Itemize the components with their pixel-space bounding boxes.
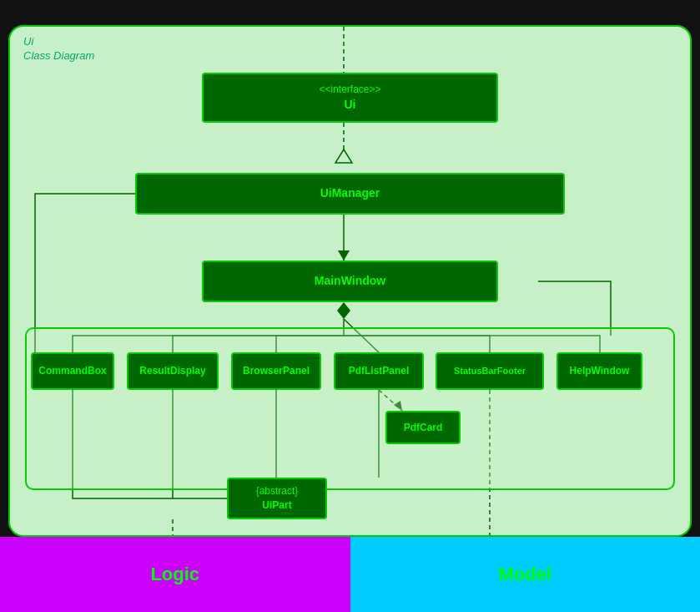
logic-label: Logic [150, 564, 199, 585]
uimanager-label: UiManager [320, 185, 380, 202]
model-label: Model [498, 564, 551, 585]
svg-marker-2 [335, 149, 352, 163]
box-pdflistpanel: PdfListPanel [334, 352, 424, 390]
model-bar: Model [350, 537, 701, 612]
box-resultdisplay: ResultDisplay [127, 352, 219, 390]
ui-package: UiClass Diagram [8, 25, 692, 537]
uipart-label: UiPart [262, 498, 291, 513]
package-label: UiClass Diagram [23, 35, 94, 63]
bottom-bars: Logic Model [0, 537, 700, 612]
svg-marker-4 [338, 250, 350, 260]
box-commandbox: CommandBox [31, 352, 114, 390]
box-ui: <<interface>> Ui [202, 73, 498, 123]
box-uimanager: UiManager [135, 173, 565, 215]
box-statusbarfooter: StatusBarFooter [436, 352, 544, 390]
box-mainwindow: MainWindow [202, 260, 498, 302]
uipart-stereotype: {abstract} [256, 484, 299, 498]
mainwindow-label: MainWindow [315, 273, 385, 290]
box-uipart: {abstract} UiPart [227, 478, 327, 519]
box-browserpanel: BrowserPanel [231, 352, 321, 390]
logic-bar: Logic [0, 537, 350, 612]
ui-label: Ui [345, 97, 356, 114]
ui-stereotype: <<interface>> [319, 83, 380, 97]
svg-marker-5 [337, 302, 350, 319]
box-pdfcard: PdfCard [385, 411, 461, 444]
box-helpwindow: HelpWindow [556, 352, 642, 390]
diagram-container: UiClass Diagram [0, 0, 700, 612]
